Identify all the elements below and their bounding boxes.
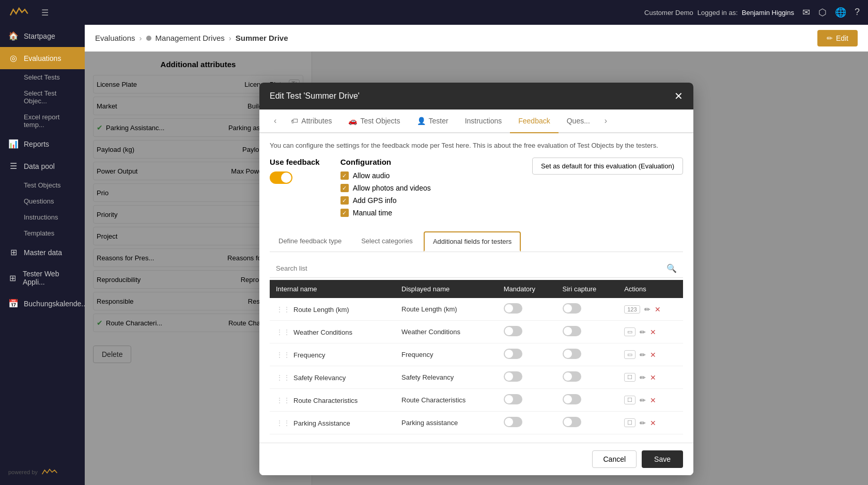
cell-displayed: Safety Relevancy [395,366,498,389]
tab-nav-left[interactable]: ‹ [268,112,283,130]
cell-internal: ⋮⋮Weather Conditions [270,321,395,343]
mandatory-toggle[interactable] [504,417,522,427]
mandatory-toggle[interactable] [504,349,522,359]
siri-toggle[interactable] [563,303,581,314]
col-internal-name: Internal name [270,280,395,298]
sidebar-sub-excel[interactable]: Excel report temp... [0,109,85,133]
breadcrumb-evaluations[interactable]: Evaluations [95,34,135,42]
delete-row-icon[interactable]: ✕ [650,396,656,404]
checkbox-icon-time[interactable]: ✓ [340,209,349,217]
sub-tabs: Define feedback type Select categories A… [270,231,683,252]
sub-tab-additional-fields[interactable]: Additional fields for testers [424,231,521,252]
collapse-icon[interactable]: ☰ [41,8,49,18]
help-icon[interactable]: ? [855,7,860,18]
siri-toggle[interactable] [563,394,581,404]
mandatory-toggle[interactable] [504,326,522,336]
edit-icon[interactable]: ✏ [644,305,650,314]
cell-mandatory [498,389,556,412]
edit-icon[interactable]: ✏ [640,373,646,382]
sub-tab-select-categories[interactable]: Select categories [352,231,422,252]
set-default-button[interactable]: Set as default for this evaluation (Eval… [532,158,683,175]
instructions-label: Instructions [24,213,58,221]
sidebar-sub-select-test-objects[interactable]: Select Test Objec... [0,85,85,109]
tab-nav-right[interactable]: › [598,112,613,130]
checkbox-icon-gps[interactable]: ✓ [340,196,349,205]
modal-footer: Cancel Save [259,443,693,475]
drag-handle[interactable]: ⋮⋮ [276,305,290,314]
mandatory-toggle[interactable] [504,303,522,314]
sub-tab-define-type[interactable]: Define feedback type [270,231,350,252]
checkbox-icon-photos[interactable]: ✓ [340,184,349,192]
sidebar-item-evaluations[interactable]: ◎ Evaluations [0,47,85,69]
delete-row-icon[interactable]: ✕ [655,305,661,314]
modal-close-button[interactable]: ✕ [674,90,683,102]
config-gps: ✓ Add GPS info [340,196,431,205]
cell-displayed: Route Characteristics [395,389,498,412]
search-icon[interactable]: 🔍 [667,263,677,273]
edit-icon[interactable]: ✏ [640,419,646,427]
edit-icon[interactable]: ✏ [640,396,646,404]
sidebar-sub-questions[interactable]: Questions [0,193,85,209]
reports-icon: 📊 [8,139,19,149]
use-feedback-toggle[interactable] [270,171,292,184]
logout-icon[interactable]: ⬡ [818,7,827,18]
edit-button[interactable]: ✏ Edit [817,30,858,46]
siri-toggle[interactable] [563,417,581,427]
checkbox-icon-audio[interactable]: ✓ [340,171,349,180]
sidebar-sub-test-objects[interactable]: Test Objects [0,177,85,193]
mandatory-toggle[interactable] [504,394,522,404]
sidebar-item-data-pool[interactable]: ☰ Data pool [0,155,85,177]
tab-attributes[interactable]: 🏷 Attributes [283,109,340,133]
drag-handle[interactable]: ⋮⋮ [276,396,290,404]
globe-icon[interactable]: 🌐 [835,7,846,18]
delete-row-icon[interactable]: ✕ [650,328,656,336]
data-pool-icon: ☰ [8,161,19,171]
sidebar-sub-templates[interactable]: Templates [0,225,85,241]
tab-ques[interactable]: Ques... [559,109,598,133]
cell-mandatory [498,412,556,434]
delete-row-icon[interactable]: ✕ [650,373,656,382]
topbar-icons: ✉ ⬡ 🌐 ? [802,7,860,18]
cell-mandatory [498,366,556,389]
templates-label: Templates [24,229,54,237]
delete-row-icon[interactable]: ✕ [650,351,656,359]
sidebar-sub-instructions[interactable]: Instructions [0,209,85,225]
mandatory-toggle[interactable] [504,371,522,382]
table-row: ⋮⋮Parking Assistance Parking assistance … [270,412,683,434]
cell-mandatory [498,343,556,366]
sidebar-item-tester-web[interactable]: ⊞ Tester Web Appli... [0,263,85,292]
edit-icon[interactable]: ✏ [640,328,646,336]
tab-test-objects[interactable]: 🚗 Test Objects [340,109,408,133]
sidebar-item-reports[interactable]: 📊 Reports [0,133,85,155]
evaluations-icon: ◎ [8,53,19,63]
content-with-overlay: Additional attributes License Plate Lice… [85,52,868,485]
siri-toggle[interactable] [563,349,581,359]
mail-icon[interactable]: ✉ [802,7,810,18]
edit-icon[interactable]: ✏ [640,351,646,359]
cell-actions: ☐ ✏ ✕ [618,366,683,389]
drag-handle[interactable]: ⋮⋮ [276,373,290,382]
sidebar-sub-select-tests[interactable]: Select Tests [0,69,85,85]
action-icons: ☐ ✏ ✕ [624,418,677,427]
sidebar-item-master-data[interactable]: ⊞ Master data [0,241,85,263]
tab-feedback[interactable]: Feedback [510,109,558,133]
drag-handle[interactable]: ⋮⋮ [276,351,290,359]
siri-toggle[interactable] [563,326,581,336]
delete-row-icon[interactable]: ✕ [650,419,656,427]
sidebar-item-startpage[interactable]: 🏠 Startpage [0,25,85,47]
siri-toggle[interactable] [563,371,581,382]
cell-actions: ▭ ✏ ✕ [618,343,683,366]
cancel-button[interactable]: Cancel [592,450,637,468]
type-badge: ☐ [624,396,636,404]
drag-handle[interactable]: ⋮⋮ [276,419,290,427]
fields-table: Internal name Displayed name Mandatory S… [270,280,683,434]
tab-tester[interactable]: 👤 Tester [409,109,457,133]
sidebar-item-buchungskalender[interactable]: 📅 Buchungskalende... [0,292,85,315]
drag-handle[interactable]: ⋮⋮ [276,328,290,336]
tab-instructions[interactable]: Instructions [457,109,510,133]
search-input[interactable] [276,264,667,272]
breadcrumb-management[interactable]: Management Drives [156,34,225,42]
save-button[interactable]: Save [642,450,683,468]
topbar: ☰ Customer Demo Logged in as: Benjamin H… [0,0,868,25]
configuration-section: Configuration ✓ Allow audio ✓ Allow phot… [340,158,431,221]
